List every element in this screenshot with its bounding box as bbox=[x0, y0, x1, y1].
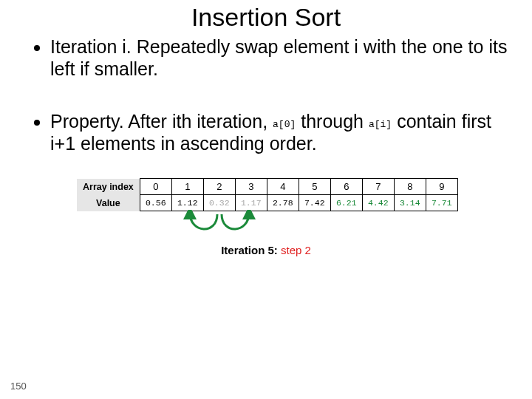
idx-cell: 3 bbox=[235, 179, 267, 195]
index-row: Array index 0 1 2 3 4 5 6 7 8 9 bbox=[77, 179, 457, 195]
code-ai: a[i] bbox=[369, 119, 392, 130]
caption-step: step 2 bbox=[278, 244, 311, 256]
bullet-iteration: Iteration i. Repeatedly swap element i w… bbox=[50, 36, 510, 80]
val-cell: 7.42 bbox=[299, 195, 330, 211]
val-cell: 1.17 bbox=[235, 195, 267, 211]
val-cell: 6.21 bbox=[330, 195, 362, 211]
value-row-header: Value bbox=[77, 195, 140, 211]
slide-title: Insertion Sort bbox=[0, 3, 532, 32]
swap-arrows-icon bbox=[171, 210, 267, 242]
idx-cell: 9 bbox=[426, 179, 457, 195]
idx-cell: 6 bbox=[330, 179, 362, 195]
val-cell: 3.14 bbox=[394, 195, 426, 211]
idx-cell: 8 bbox=[394, 179, 426, 195]
page-number: 150 bbox=[10, 381, 27, 392]
caption-iteration: Iteration 5: bbox=[221, 244, 278, 256]
index-row-header: Array index bbox=[77, 179, 140, 195]
code-a0: a[0] bbox=[273, 119, 296, 130]
bullet-property-part2: through bbox=[296, 111, 369, 132]
array-table-wrap: Array index 0 1 2 3 4 5 6 7 8 9 Value 0.… bbox=[77, 178, 532, 211]
val-cell: 1.12 bbox=[171, 195, 203, 211]
val-cell: 0.56 bbox=[140, 195, 171, 211]
val-cell: 4.42 bbox=[362, 195, 394, 211]
iteration-caption: Iteration 5: step 2 bbox=[0, 244, 532, 256]
value-row: Value 0.56 1.12 0.32 1.17 2.78 7.42 6.21… bbox=[77, 195, 457, 211]
val-cell: 2.78 bbox=[267, 195, 299, 211]
val-cell: 7.71 bbox=[426, 195, 457, 211]
bullet-property: Property. After ith iteration, a[0] thro… bbox=[50, 111, 510, 154]
idx-cell: 5 bbox=[299, 179, 330, 195]
bullet-property-part1: Property. After ith iteration, bbox=[50, 111, 273, 132]
idx-cell: 7 bbox=[362, 179, 394, 195]
val-cell: 0.32 bbox=[203, 195, 235, 211]
bullet-list: Iteration i. Repeatedly swap element i w… bbox=[37, 36, 510, 154]
idx-cell: 1 bbox=[171, 179, 203, 195]
idx-cell: 2 bbox=[203, 179, 235, 195]
idx-cell: 4 bbox=[267, 179, 299, 195]
array-table: Array index 0 1 2 3 4 5 6 7 8 9 Value 0.… bbox=[77, 178, 458, 211]
idx-cell: 0 bbox=[140, 179, 171, 195]
